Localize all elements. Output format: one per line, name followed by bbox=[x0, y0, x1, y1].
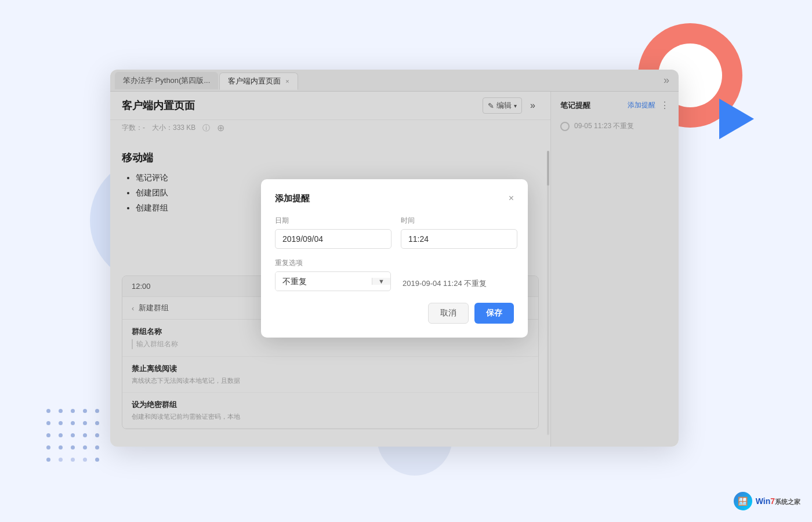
modal-header: 添加提醒 × bbox=[275, 193, 514, 204]
time-label: 时间 bbox=[401, 216, 517, 226]
win7-icon: 🪟 bbox=[734, 492, 752, 510]
time-group: 时间 bbox=[401, 216, 517, 249]
deco-dots bbox=[46, 409, 99, 470]
repeat-select-wrapper: 不重复每天每周每月每年 ▼ bbox=[275, 271, 391, 291]
modal-actions: 取消 保存 bbox=[275, 303, 514, 324]
main-window: 笨办法学 Python(第四版... 客户端内置页面 × » 客户端内置页面 ✎… bbox=[110, 70, 679, 447]
time-input[interactable] bbox=[401, 229, 517, 249]
modal-title: 添加提醒 bbox=[275, 193, 310, 204]
win7-badge: 🪟 Win7系统之家 bbox=[734, 492, 800, 510]
modal-overlay: 添加提醒 × 日期 时间 重复选项 不重复每天每周每月每年 bbox=[110, 70, 679, 447]
modal-close-button[interactable]: × bbox=[509, 194, 514, 203]
add-reminder-modal: 添加提醒 × 日期 时间 重复选项 不重复每天每周每月每年 bbox=[261, 179, 528, 338]
date-label: 日期 bbox=[275, 216, 392, 226]
date-input[interactable] bbox=[275, 229, 392, 249]
save-button[interactable]: 保存 bbox=[474, 303, 514, 324]
repeat-preview: 2019-09-04 11:24 不重复 bbox=[400, 274, 487, 289]
repeat-select[interactable]: 不重复每天每周每月每年 bbox=[276, 272, 372, 291]
win7-subtext: 系统之家 bbox=[775, 498, 800, 505]
cancel-button[interactable]: 取消 bbox=[428, 303, 469, 324]
repeat-group: 重复选项 不重复每天每周每月每年 ▼ 2019-09-04 11:24 不重复 bbox=[275, 258, 514, 291]
deco-arrow-right bbox=[719, 99, 754, 139]
select-arrow-icon: ▼ bbox=[372, 278, 390, 285]
date-time-row: 日期 时间 bbox=[275, 216, 514, 249]
date-group: 日期 bbox=[275, 216, 392, 249]
repeat-label: 重复选项 bbox=[275, 258, 514, 268]
win7-text: Win7系统之家 bbox=[756, 496, 800, 506]
